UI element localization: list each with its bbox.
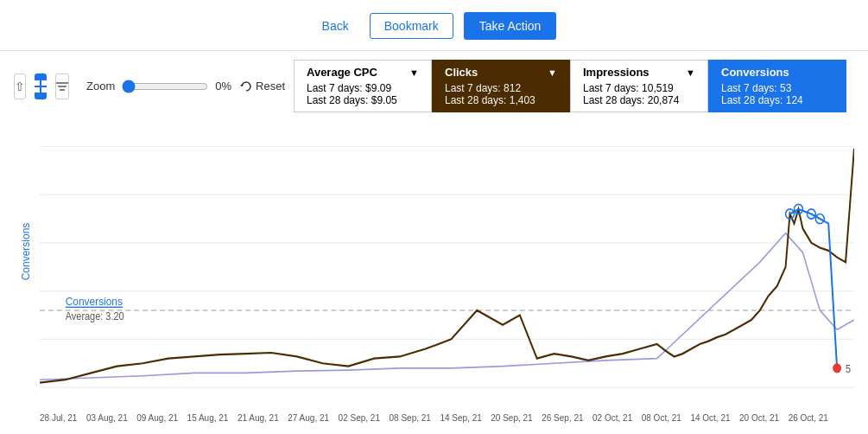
grid-icon[interactable] [35,73,47,99]
metric-last28-conversions: Last 28 days: 124 [721,94,833,106]
svg-text:Conversions: Conversions [66,296,123,309]
metric-last7-conversions: Last 7 days: 53 [721,82,833,94]
svg-text:Average: 3.20: Average: 3.20 [66,310,124,322]
svg-point-21 [833,363,841,373]
metric-last7-clicks: Last 7 days: 812 [445,82,557,94]
x-label-5: 27 Aug, 21 [288,413,329,423]
x-label-4: 21 Aug, 21 [238,413,279,423]
chart-area: Conversions 10 5 0 [0,118,868,412]
reset-label: Reset [256,80,285,93]
x-axis-labels: 28 Jul, 21 03 Aug, 21 09 Aug, 21 15 Aug,… [0,412,868,423]
metric-label-clicks: Clicks [445,66,478,79]
reset-button[interactable]: Reset [240,80,285,93]
take-action-button[interactable]: Take Action [464,12,557,40]
x-label-9: 20 Sep, 21 [491,413,532,423]
x-label-7: 08 Sep, 21 [390,413,431,423]
x-label-10: 26 Sep, 21 [542,413,583,423]
metric-label-average-cpc: Average CPC [307,66,377,79]
svg-rect-2 [35,87,40,93]
metric-label-impressions: Impressions [583,66,649,79]
metrics-row: Average CPC ▼ Last 7 days: $9.09 Last 28… [294,60,846,112]
metric-card-clicks[interactable]: Clicks ▼ Last 7 days: 812 Last 28 days: … [432,60,570,112]
download-icon[interactable]: ⇧ [14,73,26,99]
svg-text:5: 5 [846,363,851,375]
metric-arrow-average-cpc: ▼ [409,67,419,78]
x-label-12: 08 Oct, 21 [642,413,681,423]
zoom-percent: 0% [215,80,231,93]
x-label-14: 20 Oct, 21 [739,413,779,423]
metric-last7-average-cpc: Last 7 days: $9.09 [307,82,419,94]
svg-rect-3 [41,87,47,93]
x-label-2: 09 Aug, 21 [136,413,178,423]
x-label-6: 02 Sep, 21 [339,413,380,423]
bookmark-button[interactable]: Bookmark [370,13,453,39]
filter-icon[interactable] [55,73,69,99]
metric-card-average-cpc[interactable]: Average CPC ▼ Last 7 days: $9.09 Last 28… [294,60,432,112]
chart-svg: 10 5 0 5 Conversions Average: 3.20 [40,118,854,412]
x-label-0: 28 Jul, 21 [40,413,77,423]
x-label-8: 14 Sep, 21 [440,413,481,423]
x-label-13: 14 Oct, 21 [690,413,730,423]
metric-card-conversions[interactable]: Conversions Last 7 days: 53 Last 28 days… [708,60,846,112]
metric-arrow-clicks: ▼ [548,67,557,78]
metric-last28-average-cpc: Last 28 days: $9.05 [307,94,419,106]
metric-last7-impressions: Last 7 days: 10,519 [583,82,695,94]
metric-card-impressions[interactable]: Impressions ▼ Last 7 days: 10,519 Last 2… [570,60,708,112]
zoom-label: Zoom [86,80,115,93]
svg-rect-1 [41,80,47,86]
metric-last28-impressions: Last 28 days: 20,874 [583,94,695,106]
chart-container: Conversions 10 5 0 [14,118,854,412]
svg-rect-0 [35,80,40,86]
x-label-15: 26 Oct, 21 [789,413,828,423]
zoom-slider[interactable] [122,80,208,93]
metric-arrow-impressions: ▼ [686,67,695,78]
back-button[interactable]: Back [312,14,359,38]
x-label-11: 02 Oct, 21 [592,413,632,423]
x-label-3: 15 Aug, 21 [187,413,229,423]
header-bar: Back Bookmark Take Action [0,0,868,51]
zoom-section: Zoom 0% [86,80,231,93]
metric-label-conversions: Conversions [721,66,789,79]
x-label-1: 03 Aug, 21 [86,413,128,423]
metric-last28-clicks: Last 28 days: 1,403 [445,94,557,106]
toolbar: ⇧ Zoom 0% Reset Average CPC [0,51,868,118]
y-axis-label: Conversions [20,223,32,281]
